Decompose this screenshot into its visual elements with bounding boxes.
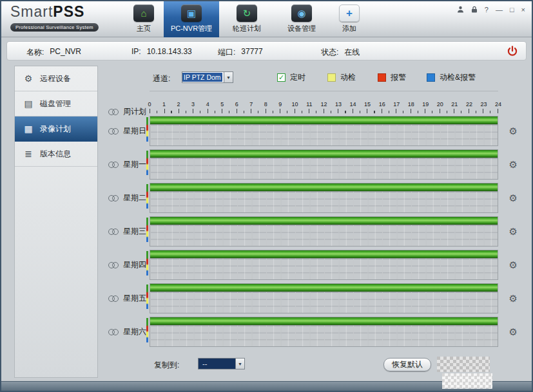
chevron-down-icon[interactable]: ▼ — [224, 71, 233, 83]
window-controls: ? — □ × — [457, 6, 525, 14]
day-row-header: 星期日 — [108, 126, 146, 136]
hour-label: 3 — [191, 101, 195, 107]
hour-label: 24 — [495, 101, 501, 107]
gear-icon[interactable]: ⚙ — [509, 293, 518, 304]
hour-label: 5 — [220, 101, 224, 107]
legend-item: 报警 — [378, 72, 406, 83]
lock-icon[interactable] — [471, 6, 478, 14]
hour-label: 17 — [393, 101, 400, 107]
link-icon[interactable] — [108, 295, 118, 301]
hour-label: 22 — [466, 101, 472, 107]
tour-icon: ↻ — [237, 5, 257, 22]
record-type-strip — [146, 218, 148, 243]
timed-record-bar — [150, 117, 498, 124]
separator-line — [150, 91, 498, 91]
titlebar: SmartPSS Professional Surveillance Syste… — [1, 1, 532, 37]
gear-icon[interactable]: ⚙ — [509, 126, 518, 137]
day-row-header: 星期三 — [108, 226, 146, 237]
tab-label: 主页 — [137, 24, 151, 33]
timed-record-bar — [150, 284, 498, 292]
hour-label: 11 — [306, 101, 312, 107]
maximize-icon[interactable]: □ — [510, 6, 514, 14]
timeline-bar-track — [150, 183, 498, 192]
restore-default-button[interactable]: 恢复默认 — [383, 358, 431, 371]
tab-device-manage[interactable]: ◉设备管理 — [275, 1, 329, 37]
timeline-ruler: 0123456789101112131415161718192021222324 — [150, 101, 498, 108]
timeline-bar-track — [150, 250, 498, 259]
tab-tour-plan[interactable]: ↻轮巡计划 — [219, 1, 275, 37]
info-label: 端口: — [218, 47, 235, 58]
timed-record-bar — [150, 150, 498, 158]
link-icon[interactable] — [108, 195, 118, 201]
hour-label: 13 — [335, 101, 342, 107]
sidebar-item-record-plan[interactable]: ▦录像计划 — [15, 117, 97, 142]
timeline-ticks — [150, 109, 498, 113]
info-label: 名称: — [26, 47, 44, 58]
schedule-grid[interactable] — [150, 158, 498, 179]
schedule-block — [150, 116, 498, 146]
gear-icon[interactable]: ⚙ — [509, 226, 518, 238]
app-logo: SmartPSS Professional Surveillance Syste… — [10, 3, 99, 32]
day-rows: 星期日⚙星期一⚙星期二⚙星期三⚙星期四⚙星期五⚙星期六⚙ — [99, 116, 527, 350]
link-icon[interactable] — [108, 329, 118, 335]
sidebar-item-version-info[interactable]: ≣版本信息 — [15, 142, 97, 167]
link-icon[interactable] — [108, 128, 118, 134]
tab-add[interactable]: +添加 — [329, 1, 370, 37]
day-label: 星期六 — [123, 326, 146, 337]
hour-label: 21 — [451, 101, 458, 107]
info-field: IP:10.18.143.33 — [131, 47, 192, 56]
copy-to-dropdown[interactable]: -- ▼ — [198, 358, 245, 369]
power-icon[interactable] — [507, 46, 518, 57]
link-icon[interactable] — [108, 162, 118, 167]
sidebar-item-label: 录像计划 — [40, 124, 71, 135]
chevron-down-icon[interactable]: ▼ — [235, 358, 245, 369]
schedule-grid[interactable] — [150, 326, 498, 346]
legend-label: 报警 — [391, 72, 406, 83]
day-row: 星期日⚙ — [99, 116, 527, 149]
user-icon[interactable] — [457, 6, 464, 14]
help-icon[interactable]: ? — [485, 6, 489, 14]
obscured-button[interactable] — [437, 357, 490, 372]
copy-to-label: 复制到: — [154, 360, 179, 371]
sidebar-item-disk-manage[interactable]: ▤磁盘管理 — [15, 91, 97, 117]
channel-dropdown[interactable]: IP PTZ Dom ▼ — [182, 71, 233, 83]
hour-label: 20 — [437, 101, 443, 107]
link-icon[interactable] — [108, 229, 118, 234]
info-label: IP: — [131, 47, 141, 56]
day-row-header: 星期二 — [108, 192, 146, 203]
close-icon[interactable]: × — [521, 6, 525, 14]
day-row: 星期四⚙ — [99, 250, 527, 283]
gear-icon[interactable]: ⚙ — [509, 259, 518, 271]
schedule-grid[interactable] — [150, 192, 498, 212]
tab-pc-nvr-manage[interactable]: ▣PC-NVR管理 — [164, 1, 219, 37]
sidebar-item-label: 版本信息 — [40, 149, 71, 160]
sidebar-item-remote-device[interactable]: ⚙远程设备 — [15, 66, 97, 91]
legend-item: ✓定时 — [277, 72, 305, 83]
sidebar-item-label: 磁盘管理 — [40, 98, 71, 109]
hour-label: 8 — [264, 101, 267, 107]
hour-label: 1 — [162, 101, 166, 107]
gear-icon[interactable]: ⚙ — [509, 192, 518, 204]
minimize-icon[interactable]: — — [496, 6, 503, 14]
schedule-grid[interactable] — [150, 292, 498, 313]
tab-home[interactable]: ⌂主页 — [124, 1, 164, 37]
schedule-grid[interactable] — [150, 259, 498, 279]
device-icon: ◉ — [291, 5, 312, 22]
timed-record-bar — [150, 250, 498, 258]
app-tagline: Professional Surveillance System — [10, 23, 99, 32]
schedule-grid[interactable] — [150, 225, 498, 246]
day-label: 星期三 — [123, 226, 146, 237]
gear-icon[interactable]: ⚙ — [509, 326, 518, 338]
info-value: 37777 — [241, 47, 262, 58]
day-row-header: 星期五 — [108, 293, 146, 304]
gear-icon[interactable]: ⚙ — [509, 159, 518, 171]
tab-label: 设备管理 — [287, 24, 316, 33]
schedule-grid[interactable] — [150, 125, 498, 145]
hour-label: 2 — [177, 101, 180, 107]
color-swatch — [427, 73, 435, 82]
day-row: 星期五⚙ — [99, 283, 527, 317]
link-icon[interactable] — [108, 262, 118, 268]
copy-to-selected-text: -- — [199, 360, 207, 368]
info-field: 端口:37777 — [218, 47, 263, 58]
link-icon[interactable] — [108, 109, 118, 115]
